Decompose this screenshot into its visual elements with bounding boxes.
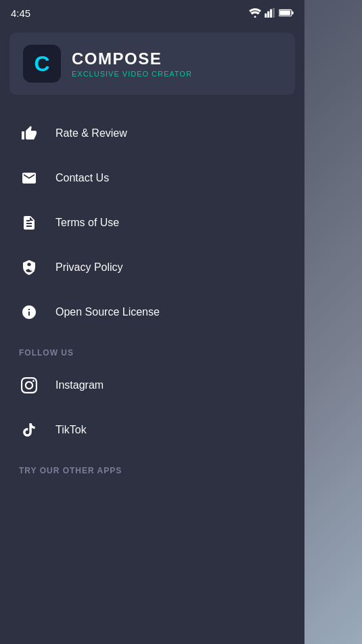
other-apps-header: TRY OUR OTHER APPS bbox=[0, 452, 304, 481]
menu-item-instagram[interactable]: Instagram bbox=[0, 363, 304, 408]
app-logo: C bbox=[23, 45, 61, 83]
document-icon bbox=[19, 213, 39, 233]
signal-icon bbox=[265, 8, 275, 18]
svg-rect-5 bbox=[292, 12, 293, 15]
instagram-icon bbox=[19, 375, 39, 395]
instagram-label: Instagram bbox=[55, 379, 104, 391]
privacy-policy-label: Privacy Policy bbox=[55, 261, 123, 274]
status-time: 4:45 bbox=[11, 7, 30, 19]
info-icon bbox=[19, 302, 39, 322]
status-icons bbox=[249, 8, 294, 18]
shield-search-icon bbox=[19, 257, 39, 278]
tiktok-icon bbox=[19, 420, 39, 440]
app-title: COMPOSE bbox=[72, 49, 192, 68]
tiktok-label: TikTok bbox=[55, 424, 87, 436]
menu-item-tiktok[interactable]: TikTok bbox=[0, 408, 304, 452]
menu-item-terms-of-use[interactable]: Terms of Use bbox=[0, 200, 304, 245]
menu-list: Rate & Review Contact Us Terms of Use bbox=[0, 111, 304, 644]
svg-rect-2 bbox=[270, 9, 272, 18]
status-bar: 4:45 bbox=[0, 0, 304, 24]
drawer-panel: 4:45 C COMPOSE bbox=[0, 0, 304, 644]
svg-rect-6 bbox=[279, 10, 290, 15]
menu-item-open-source[interactable]: Open Source License bbox=[0, 290, 304, 335]
app-subtitle: EXCLUSIVE VIDEO CREATOR bbox=[72, 70, 192, 78]
svg-line-8 bbox=[33, 270, 35, 272]
menu-item-privacy-policy[interactable]: Privacy Policy bbox=[0, 245, 304, 290]
wifi-icon bbox=[249, 8, 261, 18]
app-header: C COMPOSE EXCLUSIVE VIDEO CREATOR bbox=[9, 33, 295, 95]
svg-rect-3 bbox=[273, 8, 275, 18]
svg-rect-0 bbox=[265, 14, 267, 18]
follow-us-header: FOLLOW US bbox=[0, 335, 304, 363]
thumbs-up-icon bbox=[19, 123, 39, 144]
menu-item-contact-us[interactable]: Contact Us bbox=[0, 156, 304, 200]
open-source-label: Open Source License bbox=[55, 306, 160, 318]
battery-icon bbox=[279, 9, 294, 17]
rate-review-label: Rate & Review bbox=[55, 127, 127, 139]
mail-icon bbox=[19, 168, 39, 188]
app-logo-letter: C bbox=[34, 51, 49, 77]
terms-label: Terms of Use bbox=[55, 217, 119, 229]
contact-us-label: Contact Us bbox=[55, 172, 109, 184]
app-title-block: COMPOSE EXCLUSIVE VIDEO CREATOR bbox=[72, 49, 192, 78]
svg-rect-1 bbox=[267, 12, 269, 18]
menu-item-rate-review[interactable]: Rate & Review bbox=[0, 111, 304, 156]
